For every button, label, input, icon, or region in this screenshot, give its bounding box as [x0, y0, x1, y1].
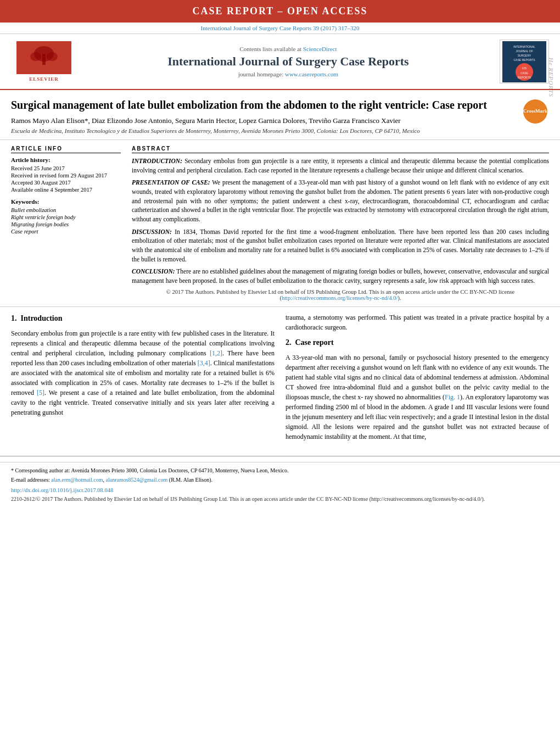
section1-para: Secondary embolus from gun projectile is… [11, 328, 275, 417]
online-date: Available online 4 September 2017 [11, 187, 121, 193]
homepage-label: journal homepage: [238, 71, 283, 77]
article-info-abstract: ARTICLE INFO Article history: Received 2… [0, 140, 560, 307]
keyword-3: Migrating foreign bodies [11, 221, 121, 227]
article-title-section: Surgical management of late bullet embol… [0, 90, 560, 140]
revised-date: Received in revised form 29 August 2017 [11, 172, 121, 178]
svg-text:IJS: IJS [522, 66, 527, 70]
article-info-col: ARTICLE INFO Article history: Received 2… [11, 146, 121, 301]
journal-right-logo: INTERNATIONAL JOURNAL OF SURGERY CASE RE… [500, 40, 549, 83]
case-report-banner: CASE REPORT – OPEN ACCESS [0, 0, 560, 23]
svg-text:CASE: CASE [520, 71, 528, 75]
crossmark-badge[interactable]: CrossMark [522, 98, 549, 125]
elsevier-logo-box [16, 41, 71, 74]
conclusion-label: CONCLUSION: [132, 268, 175, 275]
intro-text: Secondary embolus from gun projectile is… [132, 158, 549, 174]
ref-3-4[interactable]: [3,4] [198, 359, 210, 367]
doi-footer[interactable]: http://dx.doi.org/10.1016/j.ijscr.2017.0… [11, 487, 549, 493]
journal-header: ELSEVIER Contents lists available at Sci… [0, 34, 560, 90]
discussion-text: In 1834, Thomas David reported for the f… [132, 228, 549, 263]
email-suffix: (R.M. Alan Elison). [169, 477, 212, 483]
section2-title: 2. Case report [285, 337, 549, 348]
svg-text:JOURNAL OF: JOURNAL OF [516, 49, 533, 53]
section1-para-cont: trauma, a sternotomy was performed. This… [285, 313, 549, 332]
doi-bar: International Journal of Surgery Case Re… [0, 23, 560, 34]
conclusion-text: There are no established guidelines abou… [132, 268, 549, 284]
body-right-col: trauma, a sternotomy was performed. This… [285, 313, 549, 446]
section1-number: 1. [11, 314, 17, 322]
body-section: 1. Introduction Secondary embolus from g… [0, 307, 560, 451]
article-authors: Ramos Mayo Alan Elison*, Diaz Elizondo J… [11, 116, 514, 125]
abstract-heading: ABSTRACT [132, 146, 549, 153]
svg-point-4 [47, 52, 58, 61]
intro-label: INTRODUCTION: [132, 158, 182, 164]
license-close: ). [397, 295, 401, 301]
sciencedirect-link[interactable]: ScienceDirect [303, 46, 337, 52]
svg-point-3 [30, 52, 41, 61]
keyword-4: Case report [11, 228, 121, 235]
contents-line: Contents lists available at ScienceDirec… [77, 46, 500, 52]
crossmark-circle: CrossMark [523, 99, 547, 124]
received-date: Received 25 June 2017 [11, 165, 121, 171]
svg-rect-2 [42, 54, 46, 65]
abstract-intro: INTRODUCTION: Secondary embolus from gun… [132, 157, 549, 175]
svg-text:SURGERY: SURGERY [518, 54, 531, 57]
license-url[interactable]: http://creativecommons.org/licenses/by-n… [282, 295, 398, 301]
footer-section: * Corresponding author at: Avenida Moron… [0, 462, 560, 507]
footer-copyright: 2210-2612/© 2017 The Authors. Published … [11, 495, 549, 503]
article-title-block: Surgical management of late bullet embol… [11, 98, 514, 134]
article-history-label: Article history: [11, 157, 121, 163]
ref-1-2[interactable]: [1,2] [210, 349, 222, 357]
body-left-col: 1. Introduction Secondary embolus from g… [11, 313, 275, 446]
abstract-col: ABSTRACT INTRODUCTION: Secondary embolus… [132, 146, 549, 301]
fig-1-ref[interactable]: Fig. 1 [445, 393, 460, 401]
homepage-line: journal homepage: www.casereports.com [77, 71, 500, 77]
section2-title-text: Case report [295, 338, 334, 347]
elsevier-logo: ELSEVIER [11, 41, 77, 82]
abstract-conclusion: CONCLUSION: There are no established gui… [132, 267, 549, 285]
section1-title: 1. Introduction [11, 313, 275, 324]
journal-center-info: Contents lists available at ScienceDirec… [77, 46, 500, 77]
accepted-date: Accepted 30 August 2017 [11, 180, 121, 186]
abstract-presentation: PRESENTATION OF CASE: We present the man… [132, 178, 549, 224]
journal-title: International Journal of Surgery Case Re… [77, 54, 500, 69]
section2-para: A 33-year-old man with no personal, fami… [285, 353, 549, 442]
email-label: E-mail addresses: [11, 477, 50, 483]
svg-text:INTERNATIONAL: INTERNATIONAL [513, 45, 535, 48]
svg-text:CASE REPORTS: CASE REPORTS [513, 58, 535, 62]
email1-link[interactable]: alan.erm@hotmail.com [51, 477, 103, 483]
keyword-1: Bullet embolization [11, 207, 121, 213]
section1-title-text: Introduction [21, 314, 63, 322]
keywords-label: Keywords: [11, 198, 121, 205]
side-watermark: He REPORTS [548, 58, 555, 97]
footnote-star: * Corresponding author at: Avenida Moron… [11, 467, 549, 475]
abstract-discussion: DISCUSSION: In 1834, Thomas David report… [132, 227, 549, 264]
article-affiliation: Escuela de Medicina, Instituto Tecnologi… [11, 127, 514, 134]
elsevier-text: ELSEVIER [29, 76, 59, 82]
crossmark-label: CrossMark [523, 109, 547, 114]
email-line: E-mail addresses: alan.erm@hotmail.com, … [11, 476, 549, 484]
section2-number: 2. [285, 338, 292, 347]
keyword-2: Right ventricle foreign body [11, 214, 121, 220]
discussion-label: DISCUSSION: [132, 228, 172, 235]
contents-label: Contents lists available at [239, 46, 301, 52]
email2-link[interactable]: alanramos8524@gmail.com [106, 477, 168, 483]
presentation-label: PRESENTATION OF CASE: [132, 179, 210, 186]
svg-text:REPORTS: REPORTS [518, 76, 531, 79]
article-info-heading: ARTICLE INFO [11, 146, 121, 153]
abstract-license: © 2017 The Authors. Published by Elsevie… [132, 289, 549, 301]
homepage-url[interactable]: www.casereports.com [285, 71, 338, 77]
ref-5[interactable]: [5] [37, 389, 44, 397]
article-title: Surgical management of late bullet embol… [11, 98, 514, 112]
